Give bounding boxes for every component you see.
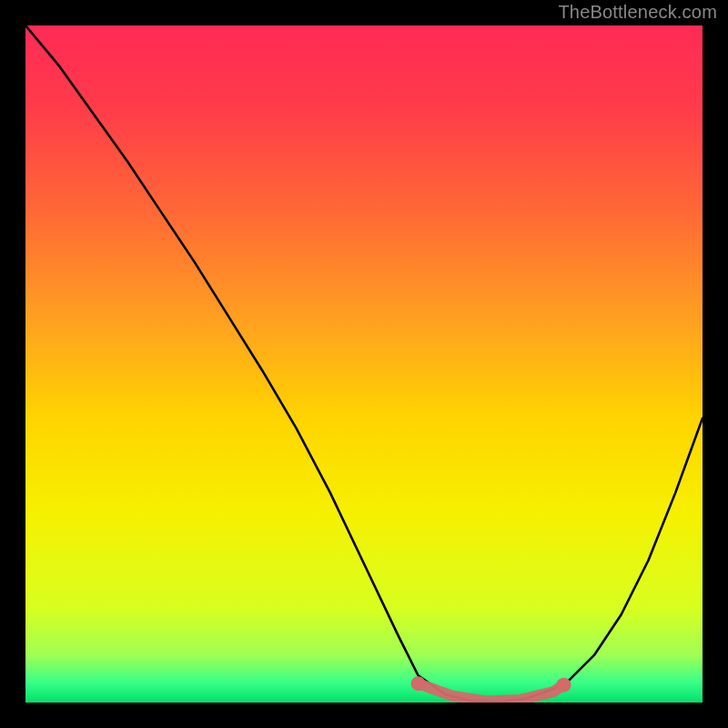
highlight-dot-start [411, 676, 426, 691]
watermark-text: TheBottleneck.com [558, 2, 717, 23]
highlight-dot-end [556, 678, 571, 693]
chart-container: TheBottleneck.com [0, 0, 728, 728]
plot-area [25, 25, 703, 703]
gradient-background [25, 25, 703, 703]
chart-svg [25, 25, 703, 703]
